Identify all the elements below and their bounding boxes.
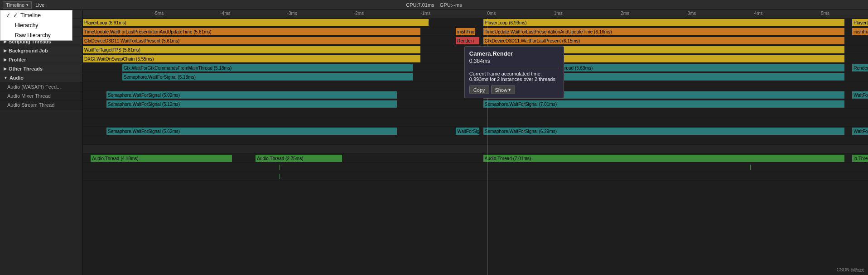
bar-timeupdate-2[interactable]: TimeUpdate.WaitForLastPresentationAndUpd… bbox=[483, 28, 844, 35]
track-row-profiler[interactable]: Semaphore.WaitForSignal (5.62ms) WaitFor… bbox=[83, 127, 868, 136]
time-ruler: -5ms -4ms -3ms -2ms -1ms 0ms 1ms 2ms 3ms… bbox=[83, 10, 868, 18]
tooltip-buttons: Copy Show ▾ bbox=[469, 85, 559, 94]
copy-button[interactable]: Copy bbox=[469, 85, 489, 94]
bar-profiler-sem-2[interactable]: Semaphore.WaitForSignal (6.29ms) bbox=[483, 128, 844, 135]
bar-playerloop-3[interactable]: PlayerLoop (6.99ms) bbox=[852, 19, 868, 26]
track-row-gfxdevice[interactable]: GfxDeviceD3D11.WaitForLastPresent (5.61m… bbox=[83, 36, 868, 45]
bar-profiler-sem-1[interactable]: Semaphore.WaitForSignal (5.62ms) bbox=[106, 128, 397, 135]
audio-wasapi-label: Audio (WASAPI) Feed... bbox=[7, 84, 61, 90]
bar-semaphore-render-1[interactable]: Semaphore.WaitForSignal (5.18ms) bbox=[122, 73, 413, 81]
track-row-playerloop[interactable]: PlayerLoop (6.91ms) PlayerLoop (6.99ms) … bbox=[83, 18, 868, 27]
time-mark-5ms: 5ms bbox=[821, 11, 829, 16]
chevron-right-icon: ▶ bbox=[4, 66, 7, 71]
bar-loading-sem2-1[interactable]: Semaphore.WaitForSignal (5.12ms) bbox=[106, 100, 397, 108]
bar-dxgi-1[interactable]: DXGI.WaitOnSwapChain (5.55ms) bbox=[83, 55, 420, 62]
bar-render-3[interactable]: Render... bbox=[852, 64, 868, 71]
track-row-audio-stream bbox=[83, 172, 868, 181]
track-row-audio-wasapi[interactable]: Audio.Thread (4.18ms) Audio.Thread (2.75… bbox=[83, 154, 868, 163]
audio-label: Audio bbox=[10, 75, 24, 81]
tooltip-info-line2: 0.993ms for 2 instances over 2 threads bbox=[469, 76, 555, 82]
track-row-background bbox=[83, 118, 868, 127]
chevron-down-icon: ▼ bbox=[4, 76, 8, 80]
bar-waitfortarget-1[interactable]: WaitForTargetFPS (5.81ms) bbox=[83, 46, 420, 53]
time-mark--2ms: -2ms bbox=[354, 11, 364, 16]
bar-audio-2[interactable]: Audio.Thread (2.75ms) bbox=[256, 155, 342, 162]
bar-audio-1[interactable]: Audio.Thread (4.18ms) bbox=[91, 155, 232, 162]
track-row-loading-2[interactable]: Semaphore.WaitForSignal (5.12ms) Semapho… bbox=[83, 100, 868, 109]
dropdown-item-hierarchy[interactable]: Hierarchy bbox=[0, 20, 72, 30]
sidebar-item-background-job[interactable]: ▶ Background Job bbox=[0, 46, 82, 55]
show-label: Show bbox=[495, 87, 508, 93]
sidebar-item-audio-stream[interactable]: Audio Stream Thread bbox=[0, 100, 82, 109]
body: Render Thread ▶ Job ▶ Loading ▶ Scriptin… bbox=[0, 10, 868, 275]
time-mark-0ms: 0ms bbox=[487, 11, 496, 16]
bar-gfxdevice-2[interactable]: GfxDeviceD3D11.WaitForLastPresent (6.15m… bbox=[483, 37, 844, 44]
time-mark-1ms: 1ms bbox=[554, 11, 563, 16]
sidebar-item-profiler[interactable]: ▶ Profiler bbox=[0, 55, 82, 64]
mixer-tick-2 bbox=[750, 165, 751, 170]
bar-profiler-sem-3[interactable]: WaitForSig... bbox=[852, 128, 868, 135]
time-mark-4ms: 4ms bbox=[754, 11, 763, 16]
dropdown-arrow-icon: ▾ bbox=[26, 3, 29, 7]
track-row-audio-spacer bbox=[83, 145, 868, 154]
audio-mixer-label: Audio Mixer Thread bbox=[7, 93, 51, 99]
sidebar: Render Thread ▶ Job ▶ Loading ▶ Scriptin… bbox=[0, 10, 83, 275]
track-row-other bbox=[83, 136, 868, 145]
show-button[interactable]: Show ▾ bbox=[491, 85, 516, 94]
chevron-right-icon: ▶ bbox=[4, 48, 7, 53]
mixer-tick-1 bbox=[279, 165, 280, 170]
bar-playerloop-2[interactable]: PlayerLoop (6.99ms) bbox=[483, 19, 844, 26]
checkmark-icon: ✓ bbox=[13, 12, 18, 19]
bar-audio-4[interactable]: io.Thread (8.7..) bbox=[852, 155, 868, 162]
sidebar-item-audio[interactable]: ▼ Audio bbox=[0, 73, 82, 82]
stream-tick-1 bbox=[279, 174, 280, 179]
bar-profiler-waitforsig[interactable]: WaitForSig bbox=[456, 128, 479, 135]
tooltip-info-line1: Current frame accumulated time: bbox=[469, 71, 542, 76]
track-row-scripting bbox=[83, 109, 868, 118]
timeline-label: Timeline bbox=[6, 2, 24, 8]
bar-timeupdate-1[interactable]: TimeUpdate.WaitForLastPresentationAndUpd… bbox=[83, 28, 420, 35]
bar-finishframer-2[interactable]: inishFrameR bbox=[852, 28, 868, 35]
cpu-stat: CPU:7.01ms bbox=[406, 2, 434, 8]
sidebar-item-audio-wasapi[interactable]: Audio (WASAPI) Feed... bbox=[0, 82, 82, 91]
show-dropdown-arrow: ▾ bbox=[508, 87, 511, 93]
bar-render-highlight[interactable]: Render i bbox=[456, 37, 479, 44]
time-mark-2ms: 2ms bbox=[621, 11, 629, 16]
bar-audio-3[interactable]: Audio.Thread (7.01ms) bbox=[483, 155, 844, 162]
timeline-area[interactable]: -5ms -4ms -3ms -2ms -1ms 0ms 1ms 2ms 3ms… bbox=[83, 10, 868, 275]
time-mark-3ms: 3ms bbox=[687, 11, 696, 16]
track-row-timeupdate[interactable]: TimeUpdate.WaitForLastPresentationAndUpd… bbox=[83, 27, 868, 36]
dropdown-item-timeline[interactable]: ✓ Timeline bbox=[0, 10, 72, 20]
time-mark--4ms: -4ms bbox=[220, 11, 230, 16]
header-bar: Timeline ▾ Live CPU:7.01ms GPU:--ms ✓ Ti… bbox=[0, 0, 868, 10]
camera-render-tooltip: Camera.Render 0.384ms Current frame accu… bbox=[464, 46, 564, 98]
audio-stream-label: Audio Stream Thread bbox=[7, 102, 54, 108]
time-mark--5ms: -5ms bbox=[154, 11, 164, 16]
sidebar-item-audio-mixer[interactable]: Audio Mixer Thread bbox=[0, 91, 82, 100]
bar-loading-sem-1[interactable]: Semaphore.WaitForSignal (5.02ms) bbox=[106, 91, 397, 99]
sidebar-item-other-threads[interactable]: ▶ Other Threads bbox=[0, 64, 82, 73]
gpu-stat: GPU:--ms bbox=[440, 2, 462, 8]
chevron-right-icon: ▶ bbox=[4, 57, 7, 62]
tooltip-title: Camera.Render bbox=[469, 50, 559, 57]
watermark: CSDN @阮沅 bbox=[837, 267, 864, 273]
background-job-label: Background Job bbox=[9, 48, 48, 53]
bar-gfxwait-1[interactable]: Gfx.WaitForGfxCommandsFromMainThread (5.… bbox=[122, 64, 413, 71]
time-mark--1ms: -1ms bbox=[420, 11, 430, 16]
timeline-dropdown-button[interactable]: Timeline ▾ bbox=[3, 1, 32, 9]
bar-finishframer-1[interactable]: inishFrameR bbox=[456, 28, 475, 35]
bar-loading-sem-3[interactable]: WaitForSi... bbox=[852, 91, 868, 99]
live-label: Live bbox=[35, 2, 44, 8]
dropdown-item-raw-hierarchy[interactable]: Raw Hierarchy bbox=[0, 30, 72, 40]
time-mark--3ms: -3ms bbox=[287, 11, 297, 16]
track-row-audio-mixer bbox=[83, 163, 868, 172]
other-threads-label: Other Threads bbox=[9, 66, 43, 71]
tooltip-divider bbox=[469, 68, 559, 68]
tooltip-info: Current frame accumulated time: 0.993ms … bbox=[469, 71, 559, 82]
bar-playerloop-1[interactable]: PlayerLoop (6.91ms) bbox=[83, 19, 429, 26]
bar-gfxdevice-1[interactable]: GfxDeviceD3D11.WaitForLastPresent (5.61m… bbox=[83, 37, 420, 44]
timeline-dropdown-menu: ✓ Timeline Hierarchy Raw Hierarchy bbox=[0, 10, 72, 41]
bar-loading-sem2-2[interactable]: Semaphore.WaitForSignal (7.01ms) bbox=[483, 100, 844, 108]
main-container: Timeline ▾ Live CPU:7.01ms GPU:--ms ✓ Ti… bbox=[0, 0, 868, 275]
profiler-label: Profiler bbox=[9, 57, 26, 62]
